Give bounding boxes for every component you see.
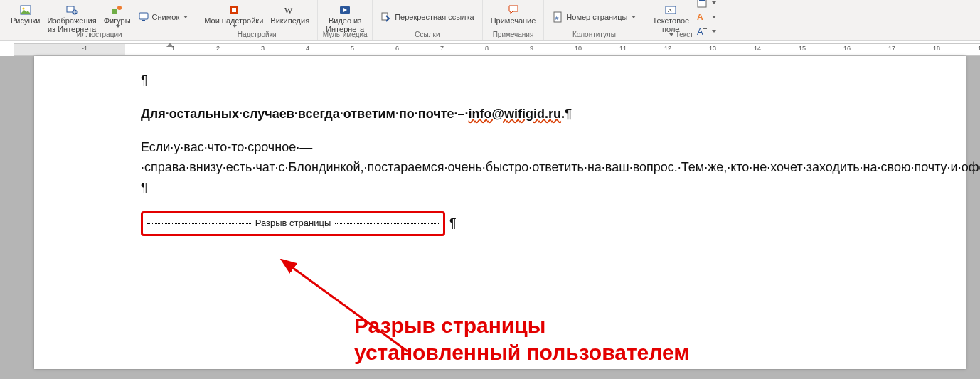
ribbon-group-label: Ссылки bbox=[415, 31, 440, 38]
ribbon-group: Мои надстройкиWВикипедияНадстройки bbox=[196, 0, 318, 40]
button-label: Фигуры bbox=[104, 16, 131, 25]
page-number-button[interactable]: #Номер страницы bbox=[548, 11, 639, 23]
chevron-down-icon bbox=[183, 16, 188, 18]
page-break-dotted-line-right bbox=[335, 223, 439, 224]
shapes-button[interactable]: Фигуры bbox=[100, 4, 134, 28]
ruler-tick-label: -1 bbox=[82, 45, 87, 52]
ruler-tick-label: 8 bbox=[485, 45, 489, 52]
ribbon: РисункиИзображенияиз ИнтернетаФигурыСним… bbox=[0, 0, 980, 41]
button-label: Перекрестная ссылка bbox=[395, 13, 474, 21]
spellcheck-underline: info@wifigid.ru bbox=[469, 107, 562, 121]
online-video-icon bbox=[339, 4, 351, 16]
svg-point-5 bbox=[117, 6, 122, 10]
ruler-tick-label: 17 bbox=[888, 45, 895, 52]
shapes-icon bbox=[112, 4, 123, 16]
ruler-tick-label: 2 bbox=[216, 45, 220, 52]
comment-icon bbox=[508, 4, 519, 16]
ruler-tick: 6 bbox=[394, 44, 395, 55]
online-pictures-button[interactable]: Изображенияиз Интернета bbox=[44, 4, 100, 34]
quick-parts-button[interactable] bbox=[693, 0, 720, 9]
dropcap-button[interactable]: A bbox=[693, 25, 720, 38]
svg-rect-23 bbox=[703, 33, 707, 33]
page-break-annotation-box: Разрыв страницы bbox=[141, 211, 445, 236]
wikipedia-button[interactable]: WВикипедия bbox=[267, 4, 313, 26]
ruler-tick: 7 bbox=[439, 44, 440, 55]
ruler-tick-label: 12 bbox=[664, 45, 671, 52]
ruler-tick: 19 bbox=[976, 44, 977, 55]
screenshot-button[interactable]: Снимок bbox=[134, 11, 192, 23]
annotation-callout: Разрыв страницыустановленный пользовател… bbox=[354, 312, 689, 365]
ruler-tick: 15 bbox=[797, 44, 798, 55]
ruler-tick: -1 bbox=[80, 44, 81, 55]
ruler-tick-label: 13 bbox=[709, 45, 716, 52]
svg-text:A: A bbox=[697, 26, 703, 37]
ruler-tick: 13 bbox=[708, 44, 708, 55]
page-break-label: Разрыв страницы bbox=[251, 216, 336, 231]
comment-button[interactable]: Примечание bbox=[487, 4, 540, 26]
svg-text:A: A bbox=[697, 12, 703, 22]
chevron-down-icon bbox=[712, 1, 716, 4]
ribbon-group: AТекстовоеполеAAТекст bbox=[644, 0, 724, 40]
svg-point-1 bbox=[22, 8, 24, 10]
svg-rect-4 bbox=[112, 9, 117, 14]
online-video-button[interactable]: Видео изИнтернета bbox=[322, 4, 368, 34]
picture-icon bbox=[20, 4, 31, 16]
ruler-tick: 11 bbox=[618, 44, 619, 55]
horizontal-ruler[interactable]: -112345678910111213141516171819 bbox=[0, 41, 980, 56]
chevron-down-icon bbox=[712, 30, 716, 33]
ruler-tick: 18 bbox=[932, 44, 932, 55]
ruler-tick: 14 bbox=[752, 44, 753, 55]
ribbon-group: ПримечаниеПримечания bbox=[483, 0, 545, 40]
wordart-icon: A bbox=[696, 11, 708, 23]
chevron-down-icon bbox=[632, 16, 636, 18]
paragraph-mark: ¶ bbox=[449, 213, 457, 234]
chevron-down-icon bbox=[116, 25, 120, 28]
ruler-tick-label: 4 bbox=[306, 45, 309, 52]
button-label: Примечание bbox=[491, 16, 536, 25]
ruler-tick: 4 bbox=[304, 44, 305, 55]
ruler-tick-label: 16 bbox=[843, 45, 851, 52]
svg-text:A: A bbox=[668, 7, 672, 14]
ruler-tick-label: 10 bbox=[575, 45, 582, 52]
button-label: Снимок bbox=[152, 13, 180, 21]
chevron-down-icon bbox=[712, 16, 716, 18]
ruler-tick-label: 11 bbox=[619, 45, 627, 52]
bold-paragraph: Для·остальных·случаев·всегда·ответим·по·… bbox=[141, 104, 923, 124]
paragraph-mark: ¶ bbox=[141, 70, 923, 91]
ruler-tick: 3 bbox=[260, 44, 260, 55]
ruler-tick: 12 bbox=[663, 44, 664, 55]
ribbon-group: Перекрестная ссылкаСсылки bbox=[373, 0, 483, 40]
screenshot-icon bbox=[138, 11, 149, 23]
wordart-button[interactable]: A bbox=[693, 11, 720, 23]
ribbon-group-label: Текст bbox=[676, 31, 693, 38]
ruler-tick: 8 bbox=[484, 44, 484, 55]
page-break-row: Разрыв страницы ¶ bbox=[141, 211, 923, 236]
addins-button[interactable]: Мои надстройки bbox=[201, 4, 267, 28]
ruler-tick: 2 bbox=[215, 44, 215, 55]
quick-parts-icon bbox=[696, 0, 708, 9]
ruler-tick: 16 bbox=[842, 44, 843, 55]
ruler-tick: 10 bbox=[573, 44, 574, 55]
ruler-tick-label: 3 bbox=[261, 45, 265, 52]
ruler-tick-label: 15 bbox=[799, 45, 806, 52]
button-label: Рисунки bbox=[11, 16, 41, 25]
document-page[interactable]: ¶ Для·остальных·случаев·всегда·ответим·п… bbox=[34, 56, 966, 369]
ribbon-group-label: Примечания bbox=[493, 31, 534, 38]
button-label: Википедия bbox=[270, 16, 309, 25]
page-number-icon: # bbox=[552, 11, 563, 23]
picture-button[interactable]: Рисунки bbox=[7, 4, 44, 26]
online-pictures-icon bbox=[66, 4, 78, 16]
ruler-tick-label: 6 bbox=[395, 45, 399, 52]
svg-text:W: W bbox=[284, 6, 293, 16]
ribbon-group: #Номер страницыКолонтитулы bbox=[544, 0, 644, 40]
ribbon-group: РисункиИзображенияиз ИнтернетаФигурыСним… bbox=[3, 0, 196, 40]
ribbon-group-label: Мультимедиа bbox=[323, 31, 368, 38]
svg-rect-21 bbox=[703, 28, 707, 29]
cross-ref-icon bbox=[380, 11, 392, 23]
cross-ref-button[interactable]: Перекрестная ссылка bbox=[377, 11, 478, 23]
button-label: Мои надстройки bbox=[204, 16, 263, 25]
wikipedia-icon: W bbox=[284, 4, 296, 16]
page-canvas: ¶ Для·остальных·случаев·всегда·ответим·п… bbox=[0, 56, 980, 379]
svg-text:#: # bbox=[555, 15, 559, 21]
textbox-icon: A bbox=[665, 4, 676, 16]
